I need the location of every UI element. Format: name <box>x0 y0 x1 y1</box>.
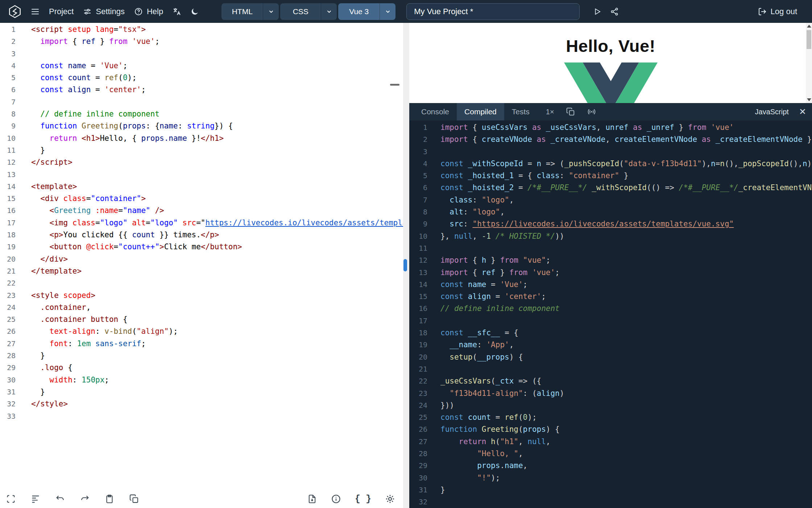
editor-select-html-dropdown[interactable] <box>263 3 279 20</box>
code-line[interactable]: 21 <box>409 363 812 375</box>
code-line[interactable]: 17 <img class="logo" alt="logo" src="htt… <box>0 217 403 229</box>
code-line[interactable]: 6const _hoisted_2 = /*#__PURE__*/ _withS… <box>409 182 812 194</box>
code-line[interactable]: 16// define inline component <box>409 303 812 315</box>
project-menu-button[interactable]: Project <box>44 0 78 23</box>
code-line[interactable]: 27 font: 1em sans-serif; <box>0 338 403 350</box>
code-line[interactable]: 15 <div class="container"> <box>0 193 403 205</box>
paste-button[interactable] <box>104 494 115 504</box>
tab-tests[interactable]: Tests <box>504 103 537 120</box>
app-logo[interactable] <box>4 0 26 23</box>
focus-mode-button[interactable] <box>6 494 16 504</box>
code-line[interactable]: 31 } <box>0 386 403 398</box>
result-scrollbar[interactable] <box>806 23 812 103</box>
code-line[interactable]: 28 } <box>0 350 403 362</box>
code-line[interactable]: 19 <button @click="count++">Click me</bu… <box>0 241 403 253</box>
undo-button[interactable] <box>55 494 65 504</box>
scrollbar-thumb[interactable] <box>807 30 811 49</box>
code-line[interactable]: 1import { useCssVars as _useCssVars, unr… <box>409 122 812 134</box>
compiled-code[interactable]: 1import { useCssVars as _useCssVars, unr… <box>409 120 812 508</box>
code-line[interactable]: 26 text-align: v-bind("align"); <box>0 325 403 337</box>
redo-button[interactable] <box>80 494 90 504</box>
code-line[interactable]: 10}, null, -1 /* HOISTED */)) <box>409 230 812 242</box>
code-line[interactable]: 7 <box>0 96 403 108</box>
code-line[interactable]: 30 width: 150px; <box>0 374 403 386</box>
code-line[interactable]: 13 <box>0 169 403 181</box>
code-line[interactable]: 18 <p>You clicked {{ count }} times.</p> <box>0 229 403 241</box>
code-line[interactable]: 25 .container button { <box>0 314 403 325</box>
translate-button[interactable] <box>168 0 186 23</box>
tab-compiled[interactable]: Compiled <box>457 103 504 120</box>
split-gutter[interactable] <box>403 23 409 508</box>
logout-button[interactable]: Log out <box>753 0 802 23</box>
code-line[interactable]: 22_useCssVars(_ctx => ({ <box>409 375 812 387</box>
scroll-down-arrow-icon[interactable] <box>807 98 811 101</box>
scroll-up-arrow-icon[interactable] <box>807 25 811 28</box>
code-line[interactable]: 5 const count = ref(0); <box>0 72 403 84</box>
code-line[interactable]: 2 import { ref } from 'vue'; <box>0 36 403 48</box>
format-code-button[interactable] <box>30 494 41 504</box>
editor-settings-button[interactable] <box>385 494 395 504</box>
code-line[interactable]: 26function Greeting(props) { <box>409 423 812 435</box>
export-code-button[interactable] <box>307 494 317 504</box>
code-line[interactable]: 27 return h("h1", null, <box>409 436 812 448</box>
code-line[interactable]: 3 <box>409 146 812 158</box>
code-line[interactable]: 29 props.name, <box>409 460 812 472</box>
code-line[interactable]: 4const _withScopeId = n => (_pushScopeId… <box>409 158 812 170</box>
close-console-button[interactable]: ✕ <box>799 107 806 116</box>
code-line[interactable]: 1<script setup lang="tsx"> <box>0 24 403 36</box>
code-line[interactable]: 12</script> <box>0 156 403 168</box>
code-line[interactable]: 11 <box>409 242 812 254</box>
code-line[interactable]: 33 <box>0 410 403 422</box>
code-line[interactable]: 30 "!"); <box>409 472 812 484</box>
dark-mode-button[interactable] <box>186 0 203 23</box>
code-line[interactable]: 11 } <box>0 144 403 156</box>
copy-code-button[interactable] <box>129 494 139 504</box>
code-line[interactable]: 16 <Greeting :name="name" /> <box>0 205 403 217</box>
code-line[interactable]: 23 "f13b4d11-align": (align) <box>409 388 812 400</box>
code-line[interactable]: 18const __sfc__ = { <box>409 327 812 339</box>
code-line[interactable]: 5const _hoisted_1 = { class: "container"… <box>409 170 812 182</box>
code-line[interactable]: 10 return <h1>Hello, { props.name }!</h1… <box>0 132 403 144</box>
code-line[interactable]: 3 <box>0 48 403 60</box>
code-line[interactable]: 13import { ref } from 'vue'; <box>409 267 812 279</box>
code-line[interactable]: 6 const align = 'center'; <box>0 84 403 96</box>
code-line[interactable]: 4 const name = 'Vue'; <box>0 60 403 72</box>
code-line[interactable]: 25const count = ref(0); <box>409 411 812 423</box>
code-line[interactable]: 9 src: "https://livecodes.io/livecodes/a… <box>409 218 812 230</box>
code-line[interactable]: 24})) <box>409 400 812 411</box>
code-editor[interactable]: 1<script setup lang="tsx">2 import { ref… <box>0 23 403 490</box>
share-button[interactable] <box>606 0 623 23</box>
code-line[interactable]: 22 <box>0 277 403 289</box>
menu-button[interactable] <box>26 0 44 23</box>
project-title-input[interactable] <box>406 3 580 20</box>
code-line[interactable]: 14const name = 'Vue'; <box>409 279 812 291</box>
code-line[interactable]: 7 class: "logo", <box>409 194 812 206</box>
editor-select-script[interactable]: Vue 3 <box>338 3 395 20</box>
code-line[interactable]: 8 // define inline component <box>0 108 403 120</box>
code-line[interactable]: 23<style scoped> <box>0 290 403 302</box>
code-line[interactable]: 28 "Hello, ", <box>409 448 812 460</box>
code-line[interactable]: 21</template> <box>0 265 403 277</box>
console-window-button[interactable] <box>566 107 575 116</box>
custom-settings-button[interactable]: { } <box>355 495 371 504</box>
editor-select-css-dropdown[interactable] <box>321 3 337 20</box>
split-gutter-handle[interactable] <box>403 259 407 271</box>
settings-menu-button[interactable]: Settings <box>78 0 129 23</box>
code-line[interactable]: 20 setup(__props) { <box>409 351 812 363</box>
code-line[interactable]: 32 <box>409 496 812 508</box>
code-line[interactable]: 31} <box>409 484 812 496</box>
code-line[interactable]: 20 </div> <box>0 253 403 265</box>
editor-select-html[interactable]: HTML <box>221 3 279 20</box>
code-line[interactable]: 29 .logo { <box>0 362 403 374</box>
console-zoom-button[interactable]: 1× <box>546 108 554 116</box>
code-line[interactable]: 19 __name: 'App', <box>409 339 812 351</box>
code-line[interactable]: 9 function Greeting(props: {name: string… <box>0 120 403 132</box>
editor-select-css[interactable]: CSS <box>280 3 337 20</box>
code-line[interactable]: 2import { createVNode as _createVNode, c… <box>409 134 812 146</box>
code-line[interactable]: 17 <box>409 315 812 327</box>
console-broadcast-button[interactable] <box>587 107 596 116</box>
code-line[interactable]: 15const align = 'center'; <box>409 291 812 303</box>
editor-info-button[interactable] <box>331 494 341 504</box>
code-line[interactable]: 24 .container, <box>0 302 403 314</box>
help-menu-button[interactable]: Help <box>129 0 168 23</box>
